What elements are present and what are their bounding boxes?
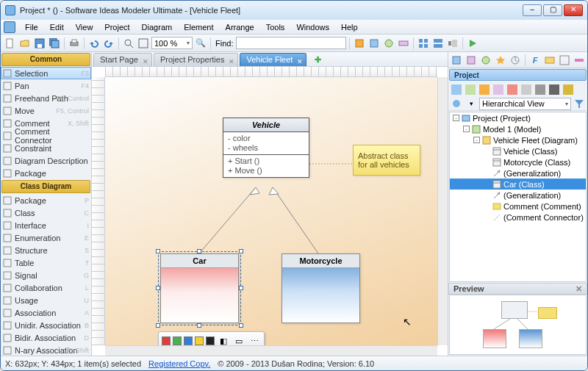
rt-btn[interactable]	[562, 83, 575, 96]
tool-class-unidir-association[interactable]: Unidir. AssociationB	[1, 319, 91, 331]
class-motorcycle[interactable]: Motorcycle	[282, 253, 360, 323]
tool-class-bidir-association[interactable]: Bidir. AssociationD	[1, 331, 91, 344]
tool-class-association[interactable]: AssociationA	[1, 306, 91, 319]
close-button[interactable]: ✕	[564, 4, 583, 16]
save-button[interactable]	[33, 37, 46, 50]
color-swatch-green[interactable]	[173, 336, 182, 345]
rt-btn[interactable]	[494, 54, 507, 67]
tb-layout-button[interactable]	[446, 37, 459, 50]
resize-handle[interactable]	[239, 286, 243, 290]
zoom-combo[interactable]: 100 %	[151, 37, 193, 49]
tool-common-move[interactable]: MoveF5, Control	[1, 104, 91, 117]
tb-grid-2[interactable]	[431, 37, 445, 50]
resize-handle[interactable]	[197, 249, 201, 253]
rt-btn[interactable]	[450, 54, 463, 67]
color-swatch-blue[interactable]	[184, 336, 193, 345]
menu-edit[interactable]: Edit	[45, 21, 69, 33]
project-tree[interactable]: -Project (Project)-Model 1 (Model)-Vehic…	[449, 112, 587, 282]
tool-common-package[interactable]: Package	[1, 167, 91, 179]
tab-vehicle-fleet[interactable]: Vehicle Fleet✕	[240, 53, 306, 66]
undo-button[interactable]	[87, 37, 101, 50]
new-tab-button[interactable]: ✚	[311, 53, 324, 66]
rt-btn[interactable]	[543, 54, 556, 67]
minimize-button[interactable]: –	[523, 4, 542, 16]
find-input[interactable]	[236, 37, 346, 49]
tree-node[interactable]: (Generalization)	[450, 168, 586, 179]
filter-button[interactable]	[573, 97, 586, 110]
tree-node[interactable]: -Project (Project)	[450, 112, 586, 123]
menu-arrange[interactable]: Arrange	[220, 21, 259, 33]
tree-view-mode[interactable]: Hierarchical View	[479, 98, 571, 110]
tool-common-diagram-description[interactable]: Diagram Description	[1, 154, 91, 167]
diagram-comment[interactable]: Abstract class for all vehicles	[353, 145, 420, 176]
tab-project-properties[interactable]: Project Properties✕	[154, 53, 238, 66]
tool-class-usage[interactable]: UsageU	[1, 294, 91, 306]
tool-common-freehand-path[interactable]: Freehand PathF3, Control	[1, 92, 91, 104]
tree-node[interactable]: Motorcycle (Class)	[450, 156, 586, 168]
tree-node[interactable]: (Comment Connector)	[450, 212, 586, 223]
rt-btn[interactable]	[450, 83, 463, 96]
rt-btn[interactable]: F	[528, 54, 542, 67]
rt-btn[interactable]	[509, 54, 522, 67]
tool-class-collaboration[interactable]: CollaborationL	[1, 281, 91, 294]
rt-btn[interactable]	[479, 54, 492, 67]
tb-extra-2[interactable]	[368, 37, 381, 50]
tool-class-enumeration[interactable]: EnumerationE	[1, 231, 91, 244]
tool-common-comment-connector[interactable]: Comment Connector	[1, 129, 91, 142]
tb-extra-3[interactable]	[382, 37, 395, 50]
zoom-fit-button[interactable]	[122, 37, 135, 50]
resize-handle[interactable]	[156, 249, 160, 253]
tool-class-n-ary-association[interactable]: N-ary AssociationR, Shift	[1, 344, 91, 356]
rt-btn[interactable]	[534, 83, 547, 96]
rt-btn[interactable]	[548, 83, 561, 96]
rt-btn[interactable]: ▾	[465, 97, 478, 110]
tool-class-signal[interactable]: SignalG	[1, 269, 91, 281]
menu-windows[interactable]: Windows	[291, 21, 334, 33]
rt-btn[interactable]	[506, 83, 519, 96]
rt-btn[interactable]	[558, 54, 571, 67]
tool-common-selection[interactable]: SelectionF3	[1, 67, 91, 79]
tree-node[interactable]: Car (Class)	[450, 179, 586, 190]
tool-class-structure[interactable]: StructureS	[1, 244, 91, 256]
redo-button[interactable]	[102, 37, 115, 50]
resize-handle[interactable]	[156, 323, 160, 328]
tool-class-class[interactable]: ClassC	[1, 206, 91, 219]
resize-handle[interactable]	[239, 323, 243, 328]
tool-class-package[interactable]: PackageP	[1, 194, 91, 206]
more-button[interactable]: ⋯	[248, 334, 261, 345]
tool-class-table[interactable]: TableT	[1, 256, 91, 269]
border-button[interactable]: ▭	[232, 334, 245, 345]
maximize-button[interactable]: ▢	[543, 4, 562, 16]
system-menu-icon[interactable]	[4, 21, 15, 33]
color-swatch-red[interactable]	[162, 336, 171, 345]
rt-btn[interactable]	[464, 83, 477, 96]
rt-btn[interactable]	[478, 83, 491, 96]
tb-run-button[interactable]	[466, 37, 479, 50]
resize-handle[interactable]	[239, 249, 243, 253]
new-button[interactable]	[4, 37, 17, 50]
tree-node[interactable]: -Model 1 (Model)	[450, 123, 586, 134]
menu-diagram[interactable]: Diagram	[137, 21, 178, 33]
open-button[interactable]	[18, 37, 32, 50]
resize-handle[interactable]	[197, 323, 201, 328]
rt-btn[interactable]	[450, 97, 463, 110]
tree-node[interactable]: -Vehicle Fleet (Diagram)	[450, 134, 586, 145]
rt-btn[interactable]	[573, 54, 586, 67]
resize-handle[interactable]	[156, 286, 160, 290]
diagram-canvas[interactable]: Vehicle - color - wheels + Start () + Mo…	[105, 77, 437, 345]
color-swatch-yellow[interactable]	[195, 336, 204, 345]
class-vehicle[interactable]: Vehicle - color - wheels + Start () + Mo…	[223, 118, 309, 178]
horizontal-scrollbar[interactable]	[105, 345, 437, 356]
menu-file[interactable]: File	[20, 21, 43, 33]
close-icon[interactable]: ✕	[576, 284, 582, 294]
tab-start-page[interactable]: Start Page✕	[93, 53, 152, 66]
menu-element[interactable]: Element	[179, 21, 218, 33]
menu-help[interactable]: Help	[336, 21, 363, 33]
tb-extra-1[interactable]	[353, 37, 366, 50]
rt-btn[interactable]	[520, 83, 533, 96]
tool-common-pan[interactable]: PanF4	[1, 79, 91, 92]
menu-view[interactable]: View	[71, 21, 98, 33]
tb-extra-4[interactable]	[397, 37, 410, 50]
menu-tools[interactable]: Tools	[261, 21, 290, 33]
rt-btn[interactable]	[492, 83, 505, 96]
